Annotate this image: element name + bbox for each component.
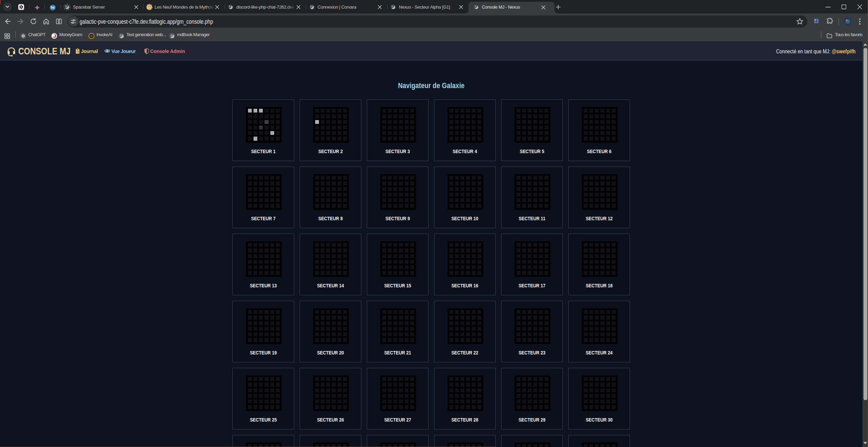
svg-text:W: W [50,5,55,10]
